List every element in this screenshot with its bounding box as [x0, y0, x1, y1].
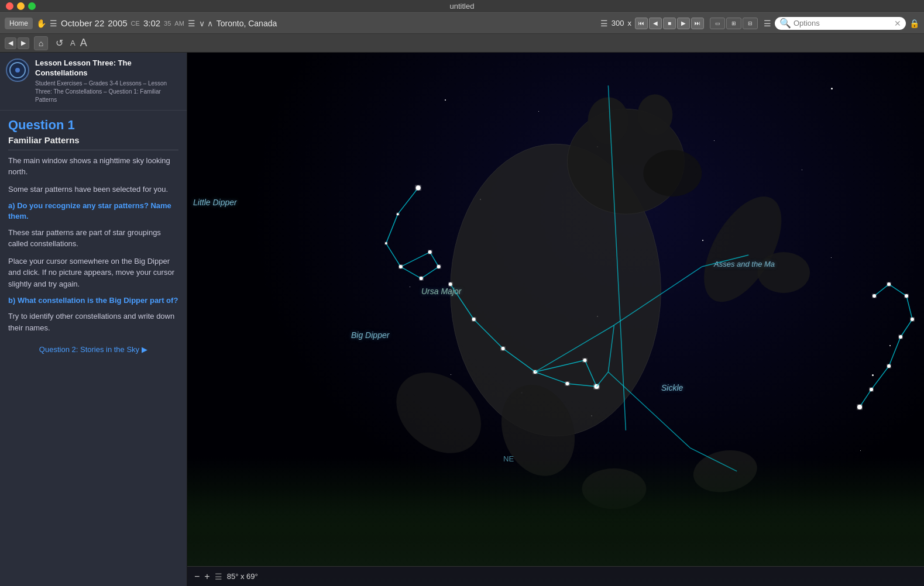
lesson-header: Lesson Lesson Three: The Constellations … — [0, 53, 187, 111]
maximize-button[interactable] — [28, 2, 36, 10]
refresh-button[interactable]: ↺ — [53, 37, 66, 50]
zoom-separator: ☰ — [215, 572, 222, 581]
font-large-button[interactable]: A — [80, 37, 87, 49]
view-split-button[interactable]: ⊞ — [726, 18, 741, 29]
view-triple-button[interactable]: ⊟ — [743, 18, 758, 29]
location-display: Toronto, Canada — [217, 19, 277, 28]
home-button[interactable]: Home — [5, 18, 33, 29]
search-clear-icon[interactable]: ✕ — [894, 19, 901, 28]
lesson-icon-dot — [15, 68, 20, 73]
paragraph-3: These star patterns are part of star gro… — [8, 227, 178, 250]
forward-button[interactable]: ▶ — [18, 37, 29, 49]
main-toolbar: Home ✋ ☰ October 22 2005 CE 3:02 35 AM ☰… — [0, 13, 924, 34]
lesson-breadcrumb: Student Exercises – Grades 3-4 Lessons –… — [35, 80, 181, 104]
star — [802, 170, 802, 170]
star — [714, 140, 715, 141]
star — [831, 88, 833, 89]
nav-buttons: ◀ ▶ — [5, 37, 29, 49]
star — [538, 111, 539, 112]
skip-start-button[interactable]: ⏮ — [635, 18, 648, 29]
lesson-title[interactable]: Lesson Lesson Three: The Constellations — [35, 58, 181, 78]
zoom-out-button[interactable]: − — [194, 571, 200, 582]
paragraph-4: Place your cursor somewhere on the Big D… — [8, 256, 178, 290]
home-nav-button[interactable]: ⌂ — [34, 36, 48, 50]
lesson-title-block: Lesson Lesson Three: The Constellations … — [35, 58, 181, 104]
zoom-bar: − + ☰ 85° x 69° — [187, 566, 924, 586]
time-display: 3:02 — [143, 18, 160, 28]
era-display: CE — [131, 20, 140, 27]
star — [702, 240, 703, 241]
settings-icon[interactable]: ☰ — [764, 19, 771, 28]
search-input[interactable] — [794, 19, 892, 27]
star — [410, 287, 410, 287]
menu-icon[interactable]: ☰ — [50, 19, 57, 28]
minimize-button[interactable] — [17, 2, 25, 10]
hand-icon[interactable]: ✋ — [36, 19, 46, 28]
star — [655, 129, 657, 130]
lock-icon[interactable]: 🔒 — [909, 19, 919, 28]
time-menu-icon[interactable]: ☰ — [188, 19, 195, 28]
lesson-icon — [6, 58, 29, 82]
star — [591, 415, 592, 416]
star-map[interactable]: Little Dipper Ursa Major Big Dipper Sick… — [187, 53, 924, 586]
main-layout: Lesson Lesson Three: The Constellations … — [0, 53, 924, 586]
star — [872, 374, 874, 376]
year-display: 2005 — [108, 18, 127, 28]
zoom-in-button[interactable]: + — [204, 571, 209, 582]
skip-end-button[interactable]: ⏭ — [691, 18, 704, 29]
search-icon: 🔍 — [779, 18, 791, 29]
zoom-display: 85° x 69° — [227, 572, 258, 581]
toolbar-right: ☰ 300 x ⏮ ◀ ■ ▶ ⏭ ▭ ⊞ ⊟ ☰ 🔍 ✕ 🔒 — [600, 17, 919, 30]
step-forward-button[interactable]: ▶ — [677, 18, 690, 29]
title-bar: untitled — [0, 0, 924, 13]
paragraph-5: Try to identify other constellations and… — [8, 311, 178, 333]
traffic-lights[interactable] — [6, 2, 36, 10]
time-ampm: AM — [174, 20, 184, 27]
time-seconds: 35 — [164, 20, 171, 27]
zoom-unit: x — [628, 19, 632, 27]
compass-ne-label: NE — [503, 454, 514, 463]
step-back-button[interactable]: ◀ — [649, 18, 662, 29]
stop-button[interactable]: ■ — [663, 18, 676, 29]
right-menu-icon[interactable]: ☰ — [600, 19, 608, 28]
sub-question-b: b) What constellation is the Big Dipper … — [8, 295, 178, 306]
view-single-button[interactable]: ▭ — [710, 18, 725, 29]
lesson-content: Question 1 Familiar Patterns The main wi… — [0, 111, 187, 361]
star — [480, 199, 481, 200]
paragraph-1: The main window shows a nighttime sky lo… — [8, 155, 178, 178]
date-display: October 22 — [61, 18, 104, 28]
lesson-icon-inner — [9, 62, 26, 78]
star — [860, 450, 861, 451]
sub-question-a: a) Do you recognize any star patterns? N… — [8, 201, 178, 222]
star — [451, 374, 451, 375]
star — [445, 99, 446, 101]
window-title: untitled — [450, 2, 475, 11]
next-question-link[interactable]: Question 2: Stories in the Sky ▶ — [8, 345, 178, 354]
search-box[interactable]: 🔍 ✕ — [775, 17, 906, 30]
question-number: Question 1 — [8, 118, 178, 133]
up-down-arrows[interactable]: ∨ ∧ — [199, 19, 213, 28]
star — [889, 345, 891, 346]
paragraph-2: Some star patterns have been selected fo… — [8, 184, 178, 195]
question-title: Familiar Patterns — [8, 135, 178, 145]
font-small-button[interactable]: A — [70, 39, 75, 47]
close-button[interactable] — [6, 2, 13, 10]
back-button[interactable]: ◀ — [5, 37, 16, 49]
playback-controls: ⏮ ◀ ■ ▶ ⏭ — [635, 18, 704, 29]
zoom-value: 300 — [612, 19, 624, 27]
left-panel: Lesson Lesson Three: The Constellations … — [0, 53, 187, 586]
divider — [8, 150, 178, 150]
secondary-toolbar: ◀ ▶ ⌂ ↺ A A — [0, 34, 924, 53]
next-chevron-icon: ▶ — [142, 345, 147, 354]
next-question-label: Question 2: Stories in the Sky — [39, 345, 139, 354]
view-controls: ▭ ⊞ ⊟ — [710, 18, 758, 29]
star — [597, 146, 598, 147]
star — [597, 316, 598, 317]
star — [521, 392, 523, 394]
star — [831, 257, 832, 258]
